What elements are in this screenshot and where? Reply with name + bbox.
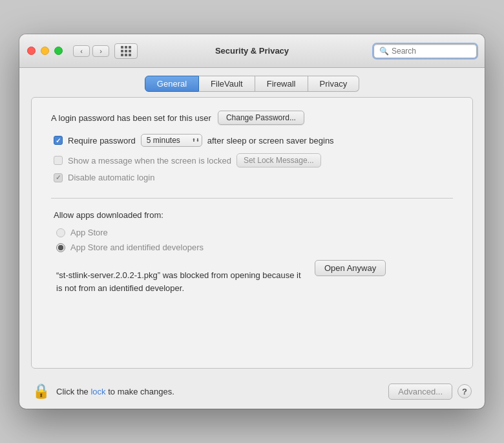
password-set-label: A login password has been set for this u… (51, 113, 211, 123)
radio-app-store-identified[interactable] (56, 243, 65, 252)
main-window: ‹ › Security & Privacy 🔍 General FileVau… (19, 34, 485, 409)
maximize-button[interactable] (54, 47, 63, 55)
close-button[interactable] (27, 47, 36, 55)
radio-app-store-row: App Store (56, 228, 453, 237)
bottom-right: Advanced... ? (388, 384, 472, 400)
open-anyway-button[interactable]: Open Anyway (315, 260, 386, 276)
search-icon: 🔍 (379, 47, 389, 56)
forward-button[interactable]: › (92, 45, 109, 57)
search-box[interactable]: 🔍 (373, 44, 477, 58)
section-divider (51, 198, 453, 199)
tabs-container: General FileVault Firewall Privacy (19, 68, 485, 97)
titlebar: ‹ › Security & Privacy 🔍 (19, 34, 485, 68)
radio-app-store-label: App Store (70, 228, 108, 237)
lock-icon: 🔒 (32, 383, 50, 400)
show-message-checkbox[interactable] (54, 156, 63, 165)
set-lock-message-button[interactable]: Set Lock Message... (236, 153, 321, 167)
radio-app-store-identified-label: App Store and identified developers (70, 243, 204, 252)
blocked-row: “st-stlink-server.2.0.2-1.pkg” was block… (51, 260, 453, 294)
forward-arrow-icon: › (100, 47, 102, 55)
show-message-row: Show a message when the screen is locked… (54, 153, 453, 167)
minimize-button[interactable] (41, 47, 49, 55)
lock-link[interactable]: lock (90, 387, 105, 396)
tab-firewall[interactable]: Firewall (255, 76, 308, 92)
lock-text-after: to make changes. (108, 387, 174, 396)
disable-auto-login-checkbox[interactable] (54, 173, 63, 182)
search-input[interactable] (392, 47, 471, 56)
password-timeout-select[interactable]: 5 minutes immediately 1 minute 15 minute… (141, 134, 202, 147)
change-password-button[interactable]: Change Password... (218, 111, 304, 125)
radio-app-store[interactable] (56, 228, 65, 237)
require-password-checkbox[interactable] (54, 136, 63, 145)
help-button[interactable]: ? (457, 384, 472, 398)
require-password-label: Require password (68, 136, 136, 146)
disable-auto-login-row: Disable automatic login (54, 173, 453, 182)
blocked-text: “st-stlink-server.2.0.2-1.pkg” was block… (56, 269, 302, 294)
require-password-row: Require password 5 minutes immediately 1… (54, 134, 453, 147)
radio-app-store-identified-row: App Store and identified developers (56, 243, 453, 252)
downloads-section-label: Allow apps downloaded from: (54, 210, 453, 220)
after-sleep-label: after sleep or screen saver begins (207, 136, 334, 146)
grid-icon (121, 46, 131, 56)
lock-text-before: Click the (56, 387, 89, 396)
tab-filevault[interactable]: FileVault (199, 76, 255, 92)
back-button[interactable]: ‹ (73, 45, 90, 57)
password-row: A login password has been set for this u… (51, 111, 453, 125)
nav-buttons: ‹ › (73, 45, 109, 57)
tab-privacy[interactable]: Privacy (308, 76, 360, 92)
advanced-button[interactable]: Advanced... (388, 384, 452, 400)
lock-text: Click the lock to make changes. (56, 387, 174, 396)
grid-menu-button[interactable] (114, 43, 138, 59)
password-timeout-wrapper: 5 minutes immediately 1 minute 15 minute… (141, 134, 202, 147)
show-message-label: Show a message when the screen is locked (68, 156, 231, 166)
traffic-lights (27, 47, 63, 55)
bottom-bar: 🔒 Click the lock to make changes. Advanc… (19, 376, 485, 409)
window-title: Security & Privacy (215, 46, 289, 56)
tab-general[interactable]: General (145, 76, 199, 92)
content-area: A login password has been set for this u… (31, 97, 473, 369)
disable-auto-login-label: Disable automatic login (68, 173, 154, 182)
back-arrow-icon: ‹ (80, 47, 83, 55)
